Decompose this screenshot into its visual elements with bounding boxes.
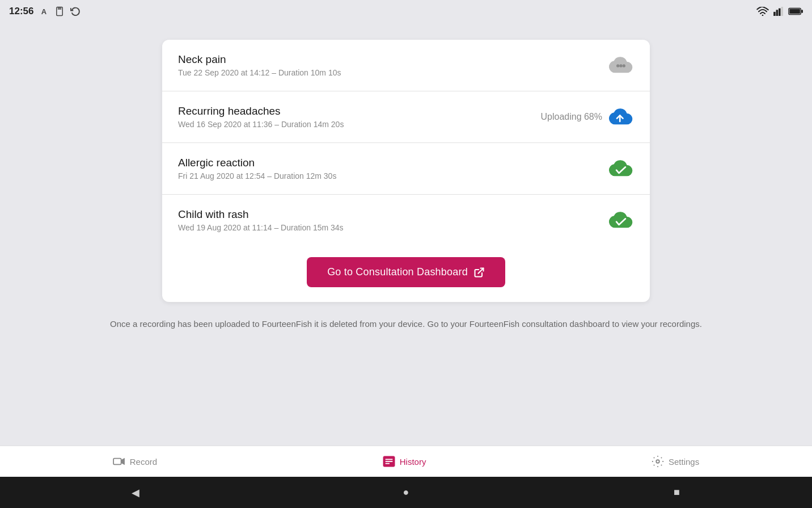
consultations-card: Neck painTue 22 Sep 2020 at 14:12 – Dura… — [162, 40, 650, 302]
item-title: Allergic reaction — [178, 157, 336, 169]
battery-icon — [788, 7, 803, 15]
nav-history-label: History — [400, 457, 426, 467]
nav-settings-label: Settings — [669, 457, 699, 467]
item-subtitle: Wed 19 Aug 2020 at 11:14 – Duration 15m … — [178, 223, 344, 232]
item-status — [608, 207, 634, 233]
item-info: Allergic reactionFri 21 Aug 2020 at 12:5… — [178, 157, 336, 180]
sd-icon — [54, 6, 65, 17]
nav-settings[interactable]: Settings — [640, 451, 710, 472]
recent-button[interactable]: ■ — [668, 484, 685, 501]
time-display: 12:56 — [9, 6, 33, 17]
item-subtitle: Tue 22 Sep 2020 at 14:12 – Duration 10m … — [178, 68, 341, 77]
button-row: Go to Consultation Dashboard — [162, 246, 650, 302]
item-status — [608, 52, 634, 78]
keyboard-icon: A — [38, 6, 49, 17]
svg-rect-17 — [113, 459, 121, 465]
status-bar: 12:56 A — [0, 0, 812, 23]
svg-rect-11 — [801, 10, 803, 13]
nav-history[interactable]: History — [371, 451, 438, 472]
bottom-nav: Record History Settings — [0, 446, 812, 477]
item-info: Neck painTue 22 Sep 2020 at 14:12 – Dura… — [178, 53, 341, 77]
home-button[interactable]: ● — [397, 484, 415, 501]
item-info: Child with rashWed 19 Aug 2020 at 11:14 … — [178, 208, 344, 232]
consultation-item[interactable]: Allergic reactionFri 21 Aug 2020 at 12:5… — [162, 143, 650, 195]
item-title: Child with rash — [178, 208, 344, 221]
svg-point-13 — [619, 64, 622, 67]
svg-rect-8 — [781, 7, 783, 16]
cloud-grey-icon — [608, 52, 634, 78]
svg-line-16 — [478, 268, 483, 273]
refresh-icon — [70, 6, 81, 17]
svg-point-23 — [656, 460, 659, 463]
svg-rect-6 — [776, 10, 779, 16]
nav-record-label: Record — [130, 457, 157, 467]
item-status — [608, 156, 634, 182]
upload-text: Uploading 68% — [540, 112, 602, 122]
consultation-list: Neck painTue 22 Sep 2020 at 14:12 – Dura… — [162, 40, 650, 246]
wifi-icon — [756, 7, 769, 16]
cloud-green-icon — [608, 156, 634, 182]
main-content: Neck painTue 22 Sep 2020 at 14:12 – Dura… — [0, 23, 812, 446]
status-left: 12:56 A — [9, 6, 81, 17]
back-button[interactable]: ◀ — [127, 484, 144, 501]
svg-marker-18 — [121, 458, 124, 465]
signal-icon — [773, 7, 784, 16]
item-title: Recurring headaches — [178, 105, 344, 117]
record-icon — [113, 456, 125, 467]
settings-icon — [652, 455, 664, 468]
dashboard-button[interactable]: Go to Consultation Dashboard — [307, 257, 505, 287]
history-icon — [383, 456, 395, 467]
svg-point-14 — [623, 64, 625, 67]
android-nav-bar: ◀ ● ■ — [0, 477, 812, 508]
consultation-item[interactable]: Recurring headachesWed 16 Sep 2020 at 11… — [162, 91, 650, 143]
item-subtitle: Wed 16 Sep 2020 at 11:36 – Duration 14m … — [178, 120, 344, 129]
cloud-green-icon — [608, 207, 634, 233]
cloud-blue-icon — [608, 104, 634, 130]
status-right — [756, 7, 803, 16]
item-info: Recurring headachesWed 16 Sep 2020 at 11… — [178, 105, 344, 129]
svg-point-4 — [762, 15, 764, 16]
svg-rect-10 — [789, 9, 800, 14]
item-subtitle: Fri 21 Aug 2020 at 12:54 – Duration 12m … — [178, 171, 336, 180]
dashboard-button-label: Go to Consultation Dashboard — [327, 266, 468, 278]
item-status: Uploading 68% — [540, 104, 634, 130]
info-text: Once a recording has been uploaded to Fo… — [110, 318, 702, 331]
svg-point-12 — [616, 64, 619, 67]
nav-record[interactable]: Record — [102, 452, 168, 471]
item-title: Neck pain — [178, 53, 341, 66]
consultation-item[interactable]: Child with rashWed 19 Aug 2020 at 11:14 … — [162, 195, 650, 246]
svg-rect-7 — [779, 9, 781, 16]
consultation-item[interactable]: Neck painTue 22 Sep 2020 at 14:12 – Dura… — [162, 40, 650, 91]
external-link-icon — [473, 267, 485, 278]
svg-rect-5 — [773, 12, 776, 16]
